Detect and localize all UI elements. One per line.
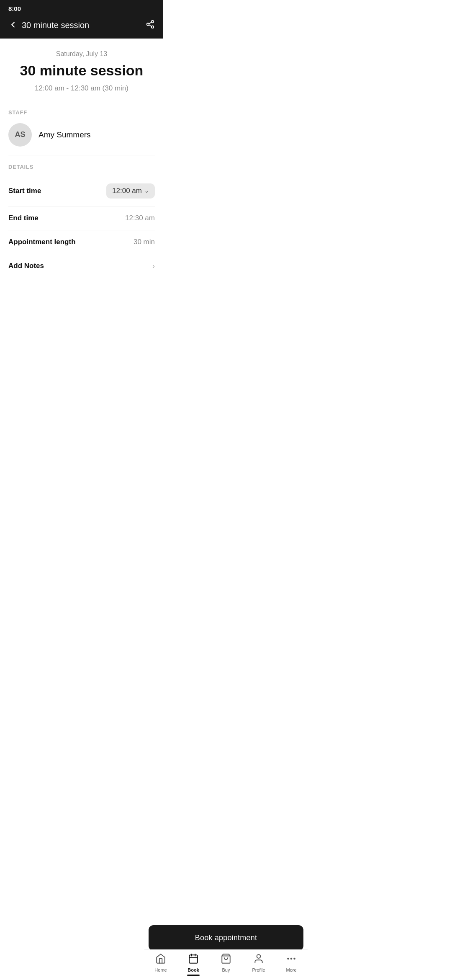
staff-row: AS Amy Summers	[8, 121, 155, 155]
start-time-pill[interactable]: 12:00 am ⌄	[106, 183, 155, 199]
add-notes-label: Add Notes	[8, 262, 44, 270]
end-time-label: End time	[8, 214, 39, 222]
session-title: 30 minute session	[8, 62, 155, 79]
session-info: Saturday, July 13 30 minute session 12:0…	[0, 39, 163, 101]
staff-name: Amy Summers	[39, 130, 91, 139]
share-button[interactable]	[146, 20, 155, 31]
staff-initials: AS	[15, 130, 25, 139]
back-button[interactable]	[8, 20, 18, 31]
svg-line-4	[149, 22, 152, 24]
session-date: Saturday, July 13	[8, 50, 155, 58]
session-time: 12:00 am - 12:30 am (30 min)	[8, 84, 155, 93]
chevron-right-icon: ›	[152, 262, 155, 271]
staff-section: STAFF AS Amy Summers	[0, 109, 163, 155]
main-content: Saturday, July 13 30 minute session 12:0…	[0, 39, 163, 337]
add-notes-row[interactable]: Add Notes ›	[8, 254, 155, 278]
svg-line-3	[149, 25, 152, 26]
details-section: DETAILS Start time 12:00 am ⌄ End time 1…	[0, 164, 163, 278]
appointment-length-row: Appointment length 30 min	[8, 230, 155, 254]
status-time: 8:00	[8, 5, 21, 12]
header: 30 minute session	[0, 15, 163, 39]
chevron-down-icon: ⌄	[144, 188, 149, 194]
section-divider	[8, 155, 155, 155]
end-time-row: End time 12:30 am	[8, 206, 155, 230]
staff-section-label: STAFF	[8, 109, 155, 116]
appointment-length-value: 30 min	[134, 238, 155, 246]
staff-avatar: AS	[8, 123, 32, 147]
details-section-label: DETAILS	[8, 164, 155, 170]
start-time-value: 12:00 am	[112, 187, 142, 195]
start-time-label: Start time	[8, 187, 41, 195]
end-time-value: 12:30 am	[125, 214, 155, 222]
status-bar: 8:00	[0, 0, 163, 15]
header-title: 30 minute session	[22, 21, 89, 30]
start-time-row[interactable]: Start time 12:00 am ⌄	[8, 176, 155, 206]
appointment-length-label: Appointment length	[8, 238, 76, 246]
